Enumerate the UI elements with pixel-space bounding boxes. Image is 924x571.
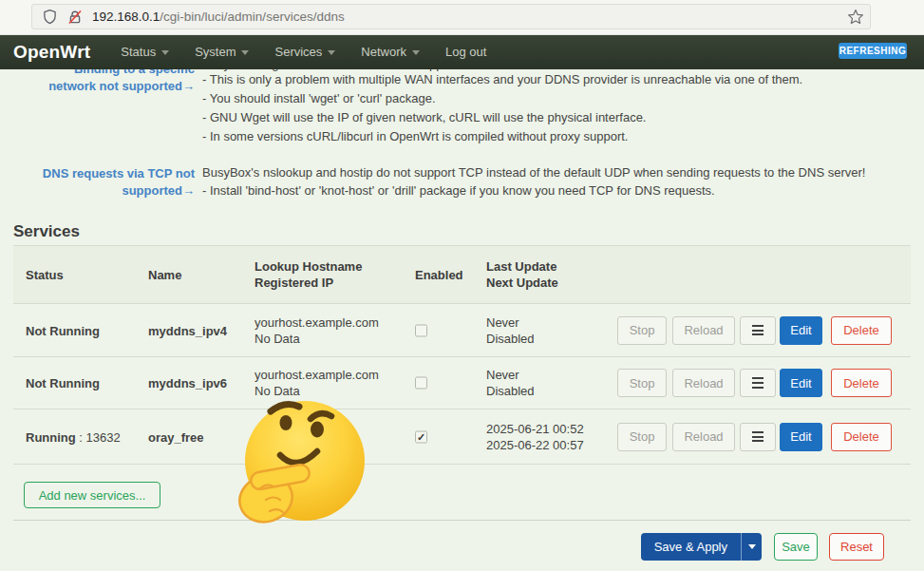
enabled-checkbox[interactable]: ✓ (415, 430, 427, 443)
table-row: Not Running myddns_ipv4 yourhost.example… (13, 304, 911, 357)
help-link-dns-tcp[interactable]: DNS requests via TCP not supported→ (0, 165, 195, 200)
nav-item-logout[interactable]: Log out (445, 45, 486, 59)
nav-item-network[interactable]: Network (361, 45, 420, 59)
reload-button[interactable]: Reload (672, 423, 735, 451)
edit-button[interactable]: Edit (780, 423, 822, 451)
enabled-checkbox[interactable] (415, 324, 427, 336)
update-cell: 2025-06-21 00:522025-06-22 00:57 (486, 421, 584, 453)
save-button[interactable]: Save (774, 533, 818, 561)
col-header-enabled: Enabled (415, 267, 463, 283)
more-button[interactable] (740, 369, 776, 397)
row-actions: Stop Reload Edit Delete (617, 423, 892, 451)
hostname-cell: yourhost.example.comNo Data (255, 367, 379, 399)
more-button[interactable] (740, 423, 776, 451)
row-actions: Stop Reload Edit Delete (617, 369, 892, 397)
footer-actions: Save & Apply Save Reset (0, 533, 911, 561)
url-host: 192.168.0.1 (92, 10, 160, 24)
col-header-name: Name (148, 267, 181, 283)
table-row: Not Running myddns_ipv6 yourhost.example… (13, 357, 911, 409)
table-header-row: Status Name Lookup HostnameRegistered IP… (13, 245, 911, 304)
hostname-cell: yourhost.example.comNo Data (255, 314, 379, 347)
help-text-dns-tcp: BusyBox's nslookup and hostip do not sup… (202, 163, 913, 200)
edit-button[interactable]: Edit (780, 369, 822, 397)
nav-item-system[interactable]: System (195, 45, 249, 59)
enabled-checkbox[interactable] (415, 377, 427, 390)
stop-button[interactable]: Stop (617, 316, 667, 345)
reload-button[interactable]: Reload (672, 369, 735, 397)
check-icon: ✓ (417, 431, 425, 442)
chevron-down-icon (412, 50, 420, 55)
bookmark-star-icon[interactable] (843, 5, 868, 29)
chevron-down-icon (241, 50, 249, 55)
refreshing-badge[interactable]: REFRESHING (839, 43, 907, 59)
help-text-binding: - This is only a problem with multiple W… (202, 70, 913, 146)
screen: 192.168.0.1/cgi-bin/luci/admin/services/… (0, 0, 924, 571)
page-title: Services (13, 222, 80, 241)
name-cell: oray_free (148, 428, 204, 445)
brand-logo[interactable]: OpenWrt (13, 42, 90, 63)
status-cell: Not Running (26, 375, 100, 391)
nav-item-status[interactable]: Status (121, 45, 169, 59)
insecure-lock-icon[interactable] (67, 10, 83, 25)
navbar: OpenWrt Status System Services Network L… (0, 34, 924, 69)
shield-icon[interactable] (43, 9, 57, 25)
col-header-update: Last UpdateNext Update (486, 258, 558, 291)
hamburger-icon (752, 377, 764, 379)
thinking-face-emoji (237, 398, 367, 533)
name-cell: myddns_ipv4 (148, 322, 227, 338)
save-apply-button[interactable]: Save & Apply (641, 533, 741, 561)
name-cell: myddns_ipv6 (148, 375, 227, 391)
col-header-status: Status (26, 267, 64, 283)
url-path: /cgi-bin/luci/admin/services/ddns (160, 10, 344, 24)
row-actions: Stop Reload Edit Delete (617, 316, 892, 345)
url-text[interactable]: 192.168.0.1/cgi-bin/luci/admin/services/… (92, 10, 345, 24)
update-cell: NeverDisabled (486, 314, 535, 347)
reset-button[interactable]: Reset (829, 533, 884, 561)
divider (13, 520, 911, 521)
status-cell: Not Running (26, 322, 100, 338)
save-apply-dropdown[interactable] (741, 533, 762, 561)
reload-button[interactable]: Reload (672, 316, 735, 345)
chevron-down-icon (161, 50, 169, 55)
nav-menu: Status System Services Network Log out (121, 45, 512, 59)
status-cell: Running : 13632 (26, 428, 121, 445)
save-apply-split-button: Save & Apply (641, 533, 762, 561)
delete-button[interactable]: Delete (831, 369, 892, 397)
edit-button[interactable]: Edit (780, 316, 822, 345)
nav-item-services[interactable]: Services (274, 45, 335, 59)
chevron-down-icon (748, 544, 756, 549)
table-row: Running : 13632 oray_free ✓ 2025-06-21 0… (13, 409, 911, 465)
col-header-hostname: Lookup HostnameRegistered IP (255, 258, 362, 291)
stop-button[interactable]: Stop (617, 369, 667, 397)
chevron-down-icon (328, 50, 335, 55)
address-bar[interactable]: 192.168.0.1/cgi-bin/luci/admin/services/… (31, 4, 871, 29)
stop-button[interactable]: Stop (617, 423, 667, 451)
delete-button[interactable]: Delete (831, 423, 892, 451)
hamburger-icon (752, 325, 764, 327)
more-button[interactable] (740, 316, 776, 345)
hamburger-icon (752, 431, 764, 433)
update-cell: NeverDisabled (486, 367, 535, 399)
services-table: Status Name Lookup HostnameRegistered IP… (13, 245, 911, 465)
add-new-services-button[interactable]: Add new services... (24, 482, 160, 508)
browser-toolbar: 192.168.0.1/cgi-bin/luci/admin/services/… (0, 0, 924, 35)
delete-button[interactable]: Delete (831, 316, 892, 345)
